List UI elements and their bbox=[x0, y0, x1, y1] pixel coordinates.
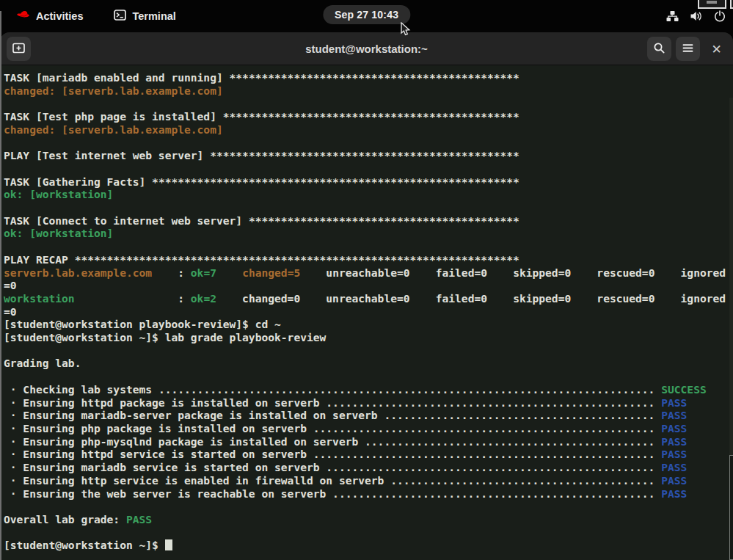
terminal-title: student@workstation:~ bbox=[0, 32, 733, 65]
terminal-line: · Ensuring httpd service is started on s… bbox=[4, 448, 733, 461]
app-menu-terminal[interactable]: Terminal bbox=[106, 5, 183, 27]
terminal-line bbox=[4, 344, 733, 357]
search-icon bbox=[653, 42, 665, 57]
terminal-line: [student@workstation playbook-review]$ c… bbox=[4, 318, 733, 331]
terminal-line: · Ensuring the web server is reachable o… bbox=[4, 487, 733, 501]
terminal-window: student@workstation:~ bbox=[0, 32, 733, 560]
menu-button[interactable] bbox=[676, 37, 700, 61]
terminal-line: · Ensuring mariadb-server package is ins… bbox=[4, 409, 733, 422]
terminal-line: changed: [serverb.lab.example.com] bbox=[4, 84, 733, 98]
terminal-line bbox=[4, 162, 733, 175]
scrollbar-handle[interactable] bbox=[729, 455, 733, 560]
terminal-line: · Ensuring mariadb service is started on… bbox=[4, 461, 733, 474]
mouse-pointer-icon bbox=[401, 22, 411, 40]
terminal-line: TASK [Connect to internet web server] **… bbox=[4, 214, 733, 228]
app-menu-label: Terminal bbox=[132, 10, 175, 22]
terminal-line bbox=[4, 526, 733, 539]
activities-button[interactable]: Activities bbox=[9, 5, 90, 27]
terminal-line bbox=[4, 240, 733, 253]
terminal-line: Grading lab. bbox=[4, 357, 733, 370]
volume-icon bbox=[690, 10, 703, 22]
terminal-line bbox=[4, 500, 733, 513]
clock-button[interactable]: Sep 27 10:43 bbox=[323, 5, 410, 24]
terminal-line bbox=[4, 137, 733, 150]
terminal-line: ok: [workstation] bbox=[4, 227, 733, 240]
close-window-button[interactable]: ✕ bbox=[704, 37, 729, 61]
terminal-titlebar[interactable]: student@workstation:~ bbox=[0, 32, 733, 65]
terminal-line: [student@workstation ~]$ lab grade playb… bbox=[4, 331, 733, 344]
screen-left-edge-line bbox=[0, 11, 1, 560]
cutoff-window-fragment bbox=[698, 0, 726, 9]
terminal-line: TASK [mariadb enabled and running] *****… bbox=[4, 71, 733, 84]
terminal-line: · Ensuring php package is installed on s… bbox=[4, 422, 733, 435]
terminal-line: TASK [Gathering Facts] *****************… bbox=[4, 175, 733, 189]
terminal-line: · Ensuring http service is enabled in fi… bbox=[4, 474, 733, 487]
terminal-line: PLAY [Test internet web server] ********… bbox=[4, 149, 733, 162]
terminal-line: · Ensuring httpd package is installed on… bbox=[4, 396, 733, 410]
activities-label: Activities bbox=[36, 10, 83, 22]
cutoff-window-fragment-2 bbox=[730, 0, 733, 9]
cutoff-fragment-bar bbox=[707, 1, 717, 4]
terminal-line: ok: [workstation] bbox=[4, 188, 733, 201]
new-tab-icon bbox=[12, 42, 26, 57]
clock-label: Sep 27 10:43 bbox=[335, 9, 398, 21]
search-button[interactable] bbox=[647, 37, 671, 61]
terminal-line: PLAY RECAP *****************************… bbox=[4, 253, 733, 266]
desktop-screen: Activities Terminal Sep 27 10:43 bbox=[0, 0, 733, 560]
power-icon bbox=[714, 10, 726, 22]
terminal-app-icon bbox=[114, 10, 126, 23]
terminal-line bbox=[4, 201, 733, 214]
terminal-line: [student@workstation ~]$ bbox=[4, 539, 733, 552]
terminal-line: TASK [Test php page is installed] ******… bbox=[4, 110, 733, 123]
terminal-line: · Checking lab systems .................… bbox=[4, 383, 733, 396]
terminal-line bbox=[4, 97, 733, 110]
close-icon: ✕ bbox=[711, 42, 721, 57]
terminal-line: changed: [serverb.lab.example.com] bbox=[4, 123, 733, 137]
terminal-block-cursor bbox=[165, 539, 172, 550]
new-tab-button[interactable] bbox=[7, 37, 31, 61]
terminal-line: =0 bbox=[4, 305, 733, 319]
hamburger-menu-icon bbox=[682, 43, 693, 55]
terminal-line: =0 bbox=[4, 279, 733, 292]
terminal-line: · Ensuring php-mysqlnd package is instal… bbox=[4, 435, 733, 448]
network-wired-icon bbox=[666, 10, 679, 22]
terminal-line bbox=[4, 370, 733, 383]
terminal-content[interactable]: TASK [mariadb enabled and running] *****… bbox=[0, 65, 733, 559]
gnome-top-bar: Activities Terminal Sep 27 10:43 bbox=[0, 0, 733, 32]
terminal-line: serverb.lab.example.com : ok=7 changed=5… bbox=[4, 266, 733, 280]
terminal-line: Overall lab grade: PASS bbox=[4, 513, 733, 526]
redhat-logo-icon bbox=[16, 10, 30, 22]
terminal-line: workstation : ok=2 changed=0 unreachable… bbox=[4, 292, 733, 305]
